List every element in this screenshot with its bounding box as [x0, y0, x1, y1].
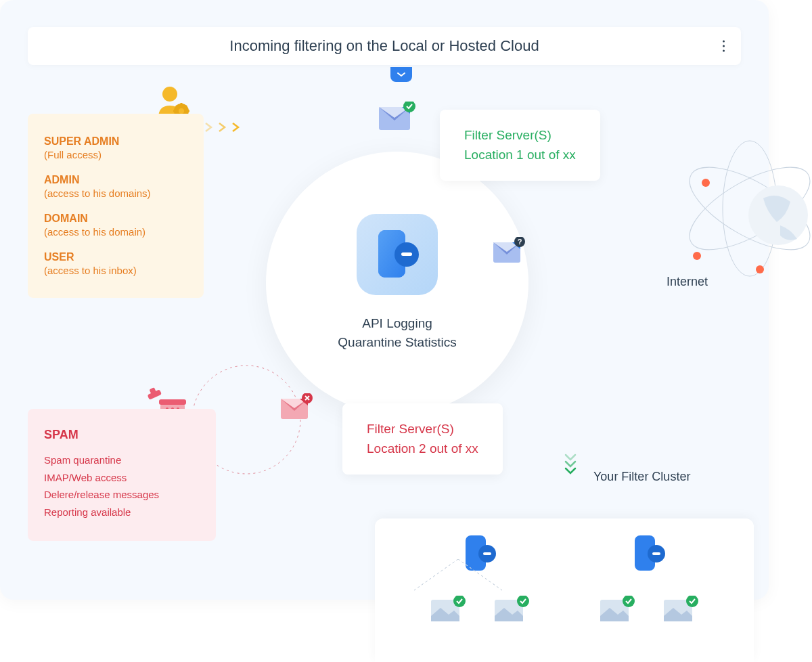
connector-lines-icon — [375, 559, 541, 593]
svg-point-2 — [179, 108, 184, 114]
role-desc: (Full access) — [44, 149, 187, 160]
phone-chat-icon — [631, 533, 667, 574]
spam-item: Delere/release messages — [44, 486, 200, 504]
svg-point-35 — [693, 252, 701, 260]
image-ok-icon — [493, 596, 530, 625]
spam-item: IMAP/Web access — [44, 469, 200, 487]
more-icon[interactable] — [723, 41, 725, 52]
image-ok-icon — [599, 596, 635, 625]
role-item: DOMAIN (access to his domain) — [44, 213, 187, 238]
spam-item: Reporting available — [44, 504, 200, 521]
role-desc: (access to his domain) — [44, 226, 187, 238]
filter-title: Filter Server(S)Location 1 out of xx — [464, 126, 576, 164]
header-bar: Incoming filtering on the Local or Hoste… — [28, 27, 741, 65]
spam-title: SPAM — [44, 428, 200, 442]
role-name: ADMIN — [44, 174, 187, 186]
svg-point-0 — [162, 87, 177, 102]
spam-card: SPAM Spam quarantine IMAP/Web access Del… — [28, 409, 216, 541]
role-name: SUPER ADMIN — [44, 135, 187, 148]
svg-text:?: ? — [518, 238, 522, 246]
role-desc: (access to his domains) — [44, 187, 187, 199]
chevron-down-icon — [563, 456, 578, 477]
filter-server-card-1: Filter Server(S)Location 1 out of xx — [440, 110, 600, 181]
center-label-2: Quarantine Statistics — [338, 333, 456, 353]
envelope-question-icon: ? — [492, 237, 526, 268]
cluster-node — [566, 533, 732, 625]
role-desc: (access to his inbox) — [44, 265, 187, 276]
page-title: Incoming filtering on the Local or Hoste… — [229, 37, 539, 55]
spam-item: Spam quarantine — [44, 451, 200, 469]
envelope-ok-icon — [378, 102, 415, 135]
svg-rect-22 — [401, 252, 412, 256]
svg-line-9 — [185, 106, 187, 107]
svg-rect-39 — [483, 552, 491, 555]
role-name: USER — [44, 251, 187, 263]
center-label-1: API Logging — [362, 314, 432, 334]
internet-label: Internet — [667, 275, 708, 289]
filter-title: Filter Server(S)Location 2 out of xx — [367, 420, 478, 458]
globe-icon — [669, 134, 812, 286]
svg-point-36 — [756, 265, 764, 273]
svg-line-7 — [176, 106, 177, 107]
role-item: ADMIN (access to his domains) — [44, 174, 187, 199]
expand-button[interactable] — [390, 67, 412, 82]
diagram-canvas: Incoming filtering on the Local or Hoste… — [0, 0, 769, 600]
center-hub: API Logging Quarantine Statistics — [266, 152, 528, 414]
role-item: SUPER ADMIN (Full access) — [44, 135, 187, 160]
image-ok-icon — [430, 596, 466, 625]
filter-server-card-2: Filter Server(S)Location 2 out of xx — [342, 403, 503, 475]
phone-chat-icon — [357, 214, 438, 295]
svg-rect-13 — [159, 399, 186, 405]
cluster-label: Your Filter Cluster — [593, 470, 690, 484]
svg-rect-48 — [652, 552, 660, 555]
role-item: USER (access to his inbox) — [44, 251, 187, 276]
cluster-panel — [375, 518, 754, 662]
svg-point-34 — [702, 179, 710, 187]
roles-card: SUPER ADMIN (Full access) ADMIN (access … — [28, 114, 204, 298]
flow-arrows-icon — [204, 119, 245, 135]
role-name: DOMAIN — [44, 213, 187, 225]
envelope-rejected-icon — [279, 393, 313, 424]
image-ok-icon — [662, 596, 699, 625]
svg-line-49 — [414, 559, 458, 590]
svg-line-50 — [458, 559, 502, 590]
